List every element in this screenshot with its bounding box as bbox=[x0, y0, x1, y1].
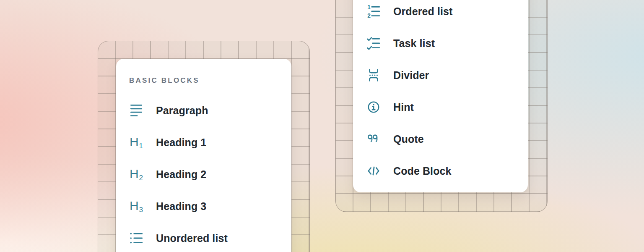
hint-icon bbox=[366, 99, 381, 116]
heading-1-icon: H1 bbox=[129, 134, 143, 151]
menu-item-unordered-list[interactable]: Unordered list bbox=[129, 228, 291, 248]
menu-item-hint[interactable]: Hint bbox=[366, 97, 528, 117]
heading-2-icon: H2 bbox=[129, 166, 143, 183]
blocks-menu-continued: 1 2 Ordered list Task list Divider Hint bbox=[353, 0, 528, 192]
unordered-list-icon bbox=[129, 230, 143, 247]
heading-3-icon: H3 bbox=[129, 198, 143, 215]
blocks-list-continued: 1 2 Ordered list Task list Divider Hint bbox=[366, 1, 528, 181]
task-list-icon bbox=[366, 35, 381, 52]
menu-item-task-list[interactable]: Task list bbox=[366, 33, 528, 53]
code-block-icon bbox=[366, 163, 381, 179]
quote-icon bbox=[366, 131, 381, 147]
menu-item-quote[interactable]: Quote bbox=[366, 129, 528, 149]
ordered-list-icon: 1 2 bbox=[366, 3, 381, 20]
menu-item-heading-2[interactable]: H2 Heading 2 bbox=[129, 164, 291, 184]
menu-item-heading-3[interactable]: H3 Heading 3 bbox=[129, 196, 291, 216]
menu-item-paragraph[interactable]: Paragraph bbox=[129, 100, 291, 121]
section-label-basic-blocks: BASIC BLOCKS bbox=[129, 76, 291, 85]
paragraph-icon bbox=[129, 102, 143, 119]
svg-text:1: 1 bbox=[367, 4, 371, 10]
hero-background: BASIC BLOCKS Paragraph H1 Heading 1 H2 H… bbox=[0, 0, 644, 252]
basic-blocks-menu: BASIC BLOCKS Paragraph H1 Heading 1 H2 H… bbox=[116, 59, 291, 252]
menu-item-code-block[interactable]: Code Block bbox=[366, 161, 528, 181]
menu-item-heading-1[interactable]: H1 Heading 1 bbox=[129, 132, 291, 152]
divider-icon bbox=[366, 67, 381, 84]
basic-blocks-list: Paragraph H1 Heading 1 H2 Heading 2 H3 H… bbox=[129, 100, 291, 248]
menu-item-divider[interactable]: Divider bbox=[366, 65, 528, 85]
svg-text:2: 2 bbox=[367, 12, 371, 18]
menu-item-ordered-list[interactable]: 1 2 Ordered list bbox=[366, 1, 528, 21]
